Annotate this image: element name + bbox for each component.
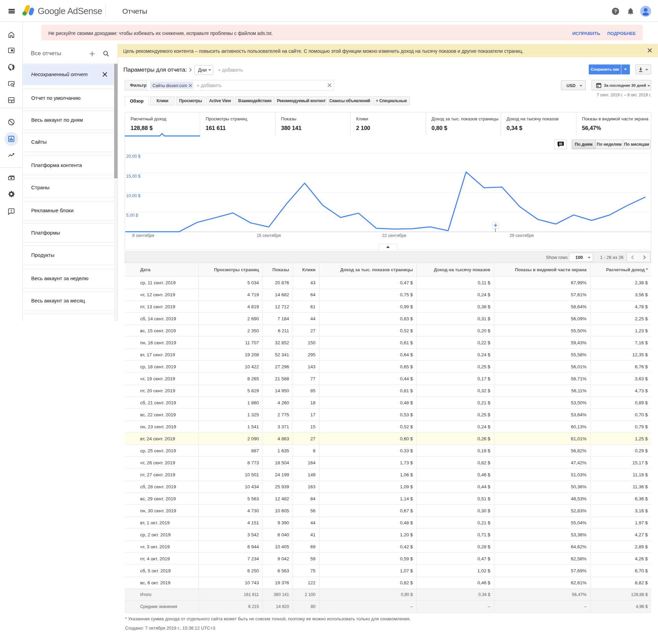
svg-text:?: ? <box>614 9 617 14</box>
